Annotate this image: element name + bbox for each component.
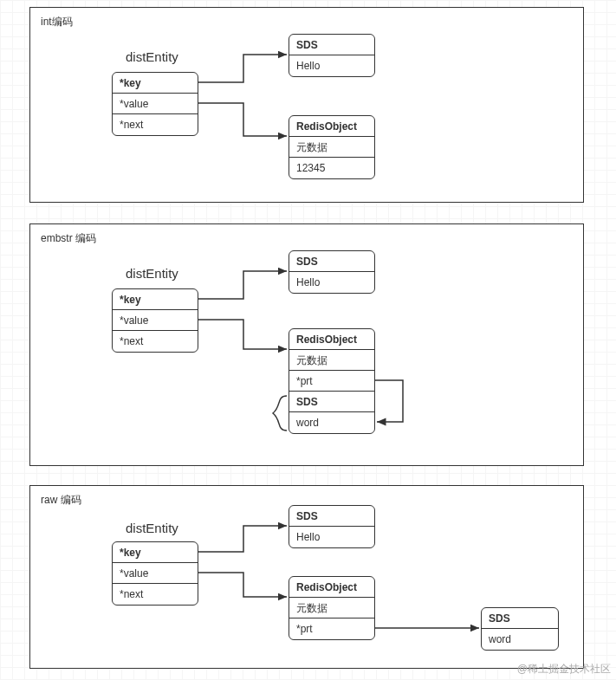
redisobject-box-int: RedisObject 元数据 12345 [289,115,375,179]
sds2-value: word [482,629,558,650]
entity-title-raw: distEntity [126,521,178,535]
sds-header: SDS [289,506,374,527]
panel-raw-label: raw 编码 [41,493,81,508]
sds2-header: SDS [482,608,558,629]
obj-header: RedisObject [289,116,374,137]
entity-box-raw: *key *value *next [112,541,198,606]
obj-meta: 元数据 [289,598,374,618]
sds-header: SDS [289,35,374,55]
entity-next: *next [113,331,198,352]
entity-key: *key [113,289,198,310]
entity-value: *value [113,563,198,584]
entity-box-int: *key *value *next [112,72,198,136]
sds-box-embstr: SDS Hello [289,250,375,294]
redisobject-box-raw: RedisObject 元数据 *prt [289,576,375,640]
panel-embstr-label: embstr 编码 [41,231,96,246]
redisobject-box-embstr: RedisObject 元数据 *prt SDS word [289,328,375,434]
entity-key: *key [113,73,198,94]
sds-value: Hello [289,527,374,547]
obj-meta: 元数据 [289,137,374,158]
entity-box-embstr: *key *value *next [112,288,198,353]
entity-value: *value [113,94,198,114]
panel-int-label: int编码 [41,15,73,29]
entity-title-int: distEntity [126,49,178,64]
entity-next: *next [113,584,198,605]
obj-val: 12345 [289,158,374,178]
entity-next: *next [113,114,198,135]
entity-value: *value [113,310,198,331]
panel-int: int编码 distEntity *key *value *next SDS H… [29,7,584,203]
panel-embstr: embstr 编码 distEntity *key *value *next S… [29,223,584,466]
sds2-box-raw: SDS word [481,607,559,651]
sds-value: Hello [289,55,374,76]
obj-header: RedisObject [289,329,374,350]
sds-header: SDS [289,251,374,272]
obj-prt: *prt [289,618,374,639]
obj-sds-header: SDS [289,392,374,412]
obj-prt: *prt [289,371,374,392]
entity-title-embstr: distEntity [126,266,178,281]
sds-value: Hello [289,272,374,293]
obj-header: RedisObject [289,577,374,598]
obj-meta: 元数据 [289,350,374,371]
obj-sds-val: word [289,412,374,433]
entity-key: *key [113,542,198,563]
sds-box-raw: SDS Hello [289,505,375,548]
panel-raw: raw 编码 distEntity *key *value *next SDS … [29,485,584,669]
watermark: @稀土掘金技术社区 [517,662,611,677]
sds-box-int: SDS Hello [289,34,375,77]
